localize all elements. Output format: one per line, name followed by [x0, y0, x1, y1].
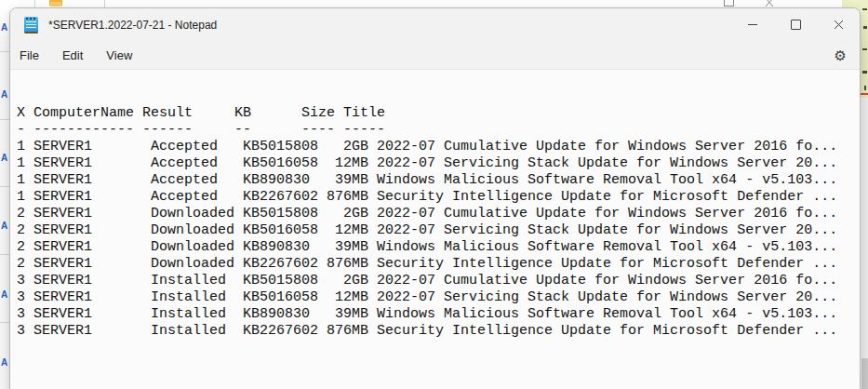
- divider: [0, 186, 9, 187]
- close-button[interactable]: [817, 8, 860, 41]
- background-letter: A: [1, 23, 9, 33]
- maximize-icon: [724, 0, 734, 7]
- background-text-fragment: [862, 71, 867, 74]
- background-letter: A: [1, 154, 9, 163]
- background-window-right-sliver: [861, 98, 868, 358]
- text-line: 3 SERVER1 Installed KB890830 39MB Window…: [17, 306, 860, 323]
- notepad-window: *SERVER1.2022-07-21 - Notepad File Edit …: [9, 7, 861, 389]
- text-line: 3 SERVER1 Installed KB2267602 876MB Secu…: [17, 323, 860, 340]
- text-line: 1 SERVER1 Accepted KB890830 39MB Windows…: [17, 172, 860, 189]
- divider: [0, 322, 9, 323]
- background-taskbar-sliver: [861, 358, 868, 389]
- background-letter: A: [1, 221, 9, 231]
- menu-file[interactable]: File: [10, 45, 48, 67]
- text-line: [17, 88, 860, 105]
- menu-edit[interactable]: Edit: [53, 45, 92, 67]
- divider: [0, 254, 9, 255]
- divider: [104, 0, 105, 7]
- text-line: [17, 72, 860, 88]
- text-line: 3 SERVER1 Installed KB5015808 2GB 2022-0…: [17, 273, 860, 289]
- background-text-fragment: [864, 86, 866, 90]
- text-line: 3 SERVER1 Installed KB5016058 12MB 2022-…: [17, 289, 860, 306]
- folder-icon: [49, 0, 62, 7]
- background-text-fragment: [862, 48, 867, 50]
- settings-gear-icon[interactable]: ⚙: [835, 42, 847, 69]
- close-icon: [765, 0, 774, 7]
- close-icon: [834, 20, 844, 30]
- background-window-top-sliver: [0, 0, 868, 7]
- notepad-app-icon: [24, 17, 38, 34]
- background-window-left-sliver: A A A A A A: [0, 0, 9, 389]
- text-line: 2 SERVER1 Downloaded KB2267602 876MB Sec…: [17, 256, 860, 273]
- minimize-button[interactable]: [731, 8, 774, 41]
- text-line: 2 SERVER1 Downloaded KB5015808 2GB 2022-…: [17, 206, 860, 222]
- menubar: File Edit View ⚙: [10, 42, 860, 70]
- text-line: 2 SERVER1 Downloaded KB890830 39MB Windo…: [17, 239, 860, 256]
- menu-view[interactable]: View: [97, 45, 141, 67]
- background-letter: A: [1, 290, 9, 300]
- text-line: 2 SERVER1 Downloaded KB5016058 12MB 2022…: [17, 222, 860, 239]
- text-line: 1 SERVER1 Accepted KB5016058 12MB 2022-0…: [17, 155, 860, 172]
- background-text-fragment: [862, 8, 867, 10]
- divider: [0, 51, 9, 52]
- text-line: - ------------ ------ -- ---- -----: [17, 122, 860, 139]
- minimize-icon: [748, 24, 757, 25]
- background-text-fragment: [863, 26, 867, 29]
- divider: [34, 0, 35, 7]
- background-letter: A: [1, 358, 9, 368]
- text-line: 1 SERVER1 Accepted KB2267602 876MB Secur…: [17, 189, 860, 206]
- text-line: X ComputerName Result KB Size Title: [17, 105, 860, 122]
- text-line: 1 SERVER1 Accepted KB5015808 2GB 2022-07…: [17, 139, 860, 155]
- maximize-button[interactable]: [774, 8, 817, 41]
- background-letter: A: [1, 90, 9, 100]
- titlebar[interactable]: *SERVER1.2022-07-21 - Notepad: [10, 8, 860, 42]
- window-controls: [731, 8, 860, 41]
- maximize-icon: [791, 20, 801, 30]
- text-editor-area[interactable]: X ComputerName Result KB Size Title - --…: [10, 70, 860, 389]
- window-title: *SERVER1.2022-07-21 - Notepad: [48, 19, 217, 32]
- divider: [0, 119, 9, 120]
